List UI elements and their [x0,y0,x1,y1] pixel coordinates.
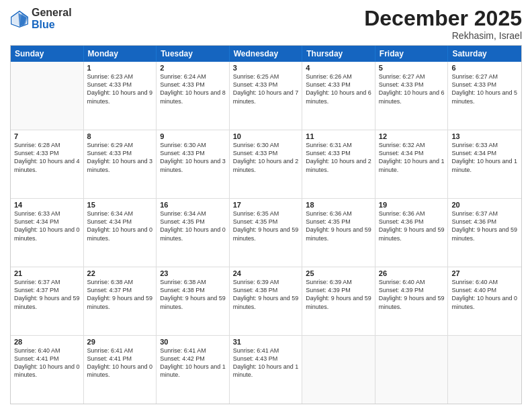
day-cell-17: 17Sunrise: 6:35 AM Sunset: 4:35 PM Dayli… [230,199,303,267]
cell-info: Sunrise: 6:36 AM Sunset: 4:36 PM Dayligh… [379,210,445,242]
day-number: 7 [14,132,80,140]
cell-info: Sunrise: 6:28 AM Sunset: 4:33 PM Dayligh… [14,141,80,174]
day-of-week-saturday: Saturday [448,46,521,62]
day-cell-4: 4Sunrise: 6:26 AM Sunset: 4:33 PM Daylig… [302,62,375,130]
day-cell-16: 16Sunrise: 6:34 AM Sunset: 4:35 PM Dayli… [157,199,230,267]
cell-info: Sunrise: 6:30 AM Sunset: 4:33 PM Dayligh… [233,141,299,174]
day-cell-20: 20Sunrise: 6:37 AM Sunset: 4:36 PM Dayli… [448,199,521,267]
month-title: December 2025 [364,7,522,30]
day-number: 9 [160,132,226,140]
cell-info: Sunrise: 6:40 AM Sunset: 4:39 PM Dayligh… [379,278,445,311]
cell-info: Sunrise: 6:25 AM Sunset: 4:33 PM Dayligh… [233,73,299,105]
cell-info: Sunrise: 6:40 AM Sunset: 4:41 PM Dayligh… [14,347,80,379]
logo-general-text: General [32,7,72,18]
day-number: 30 [160,338,226,346]
day-number: 17 [233,201,299,209]
day-of-week-friday: Friday [375,46,449,62]
header: General Blue December 2025 Rekhasim, Isr… [10,7,522,41]
day-cell-2: 2Sunrise: 6:24 AM Sunset: 4:33 PM Daylig… [157,62,230,130]
day-number: 26 [379,269,445,277]
day-number: 18 [306,201,371,209]
day-number: 23 [160,269,226,277]
day-cell-23: 23Sunrise: 6:38 AM Sunset: 4:38 PM Dayli… [157,267,230,335]
empty-cell [448,336,521,404]
day-cell-18: 18Sunrise: 6:36 AM Sunset: 4:35 PM Dayli… [302,199,375,267]
calendar-header: SundayMondayTuesdayWednesdayThursdayFrid… [11,46,521,62]
cell-info: Sunrise: 6:38 AM Sunset: 4:38 PM Dayligh… [160,278,226,311]
cell-info: Sunrise: 6:34 AM Sunset: 4:34 PM Dayligh… [87,210,153,242]
day-number: 10 [233,132,299,140]
cell-info: Sunrise: 6:24 AM Sunset: 4:33 PM Dayligh… [160,73,226,105]
empty-cell [11,62,84,130]
day-cell-8: 8Sunrise: 6:29 AM Sunset: 4:33 PM Daylig… [84,130,157,198]
day-of-week-monday: Monday [84,46,157,62]
cell-info: Sunrise: 6:23 AM Sunset: 4:33 PM Dayligh… [87,73,153,105]
day-number: 21 [14,269,80,277]
cell-info: Sunrise: 6:35 AM Sunset: 4:35 PM Dayligh… [233,210,299,242]
cell-info: Sunrise: 6:37 AM Sunset: 4:36 PM Dayligh… [451,210,518,242]
cell-info: Sunrise: 6:29 AM Sunset: 4:33 PM Dayligh… [87,141,153,174]
day-number: 11 [306,132,371,140]
day-of-week-tuesday: Tuesday [157,46,230,62]
day-of-week-thursday: Thursday [302,46,375,62]
week-row-5: 28Sunrise: 6:40 AM Sunset: 4:41 PM Dayli… [11,336,521,404]
day-number: 4 [306,64,371,72]
day-number: 29 [87,338,153,346]
day-number: 13 [451,132,518,140]
day-number: 28 [14,338,80,346]
day-cell-27: 27Sunrise: 6:40 AM Sunset: 4:40 PM Dayli… [448,267,521,335]
logo-blue-text: Blue [32,19,55,30]
day-cell-12: 12Sunrise: 6:32 AM Sunset: 4:34 PM Dayli… [375,130,449,198]
day-number: 22 [87,269,153,277]
cell-info: Sunrise: 6:40 AM Sunset: 4:40 PM Dayligh… [451,278,518,311]
cell-info: Sunrise: 6:41 AM Sunset: 4:41 PM Dayligh… [87,347,153,379]
day-cell-26: 26Sunrise: 6:40 AM Sunset: 4:39 PM Dayli… [375,267,449,335]
day-number: 15 [87,201,153,209]
week-row-4: 21Sunrise: 6:37 AM Sunset: 4:37 PM Dayli… [11,267,521,336]
day-of-week-wednesday: Wednesday [230,46,303,62]
logo: General Blue [10,7,72,30]
day-number: 12 [379,132,445,140]
day-number: 5 [379,64,445,72]
day-of-week-sunday: Sunday [11,46,84,62]
day-number: 14 [14,201,80,209]
cell-info: Sunrise: 6:39 AM Sunset: 4:39 PM Dayligh… [306,278,371,311]
title-block: December 2025 Rekhasim, Israel [364,7,522,41]
day-cell-1: 1Sunrise: 6:23 AM Sunset: 4:33 PM Daylig… [84,62,157,130]
cell-info: Sunrise: 6:41 AM Sunset: 4:43 PM Dayligh… [233,347,299,379]
day-number: 8 [87,132,153,140]
week-row-1: 1Sunrise: 6:23 AM Sunset: 4:33 PM Daylig… [11,62,521,130]
day-number: 20 [451,201,518,209]
cell-info: Sunrise: 6:38 AM Sunset: 4:37 PM Dayligh… [87,278,153,311]
day-number: 27 [451,269,518,277]
day-cell-25: 25Sunrise: 6:39 AM Sunset: 4:39 PM Dayli… [302,267,375,335]
day-cell-15: 15Sunrise: 6:34 AM Sunset: 4:34 PM Dayli… [84,199,157,267]
cell-info: Sunrise: 6:37 AM Sunset: 4:37 PM Dayligh… [14,278,80,311]
day-cell-13: 13Sunrise: 6:33 AM Sunset: 4:34 PM Dayli… [448,130,521,198]
cell-info: Sunrise: 6:33 AM Sunset: 4:34 PM Dayligh… [14,210,80,242]
day-cell-24: 24Sunrise: 6:39 AM Sunset: 4:38 PM Dayli… [230,267,303,335]
cell-info: Sunrise: 6:32 AM Sunset: 4:34 PM Dayligh… [379,141,445,174]
day-cell-6: 6Sunrise: 6:27 AM Sunset: 4:33 PM Daylig… [448,62,521,130]
cell-info: Sunrise: 6:36 AM Sunset: 4:35 PM Dayligh… [306,210,371,242]
calendar: SundayMondayTuesdayWednesdayThursdayFrid… [10,45,522,404]
location: Rekhasim, Israel [364,30,522,41]
cell-info: Sunrise: 6:33 AM Sunset: 4:34 PM Dayligh… [451,141,518,174]
cell-info: Sunrise: 6:34 AM Sunset: 4:35 PM Dayligh… [160,210,226,242]
calendar-page: General Blue December 2025 Rekhasim, Isr… [0,0,532,411]
day-cell-21: 21Sunrise: 6:37 AM Sunset: 4:37 PM Dayli… [11,267,84,335]
day-number: 19 [379,201,445,209]
day-cell-28: 28Sunrise: 6:40 AM Sunset: 4:41 PM Dayli… [11,336,84,404]
day-number: 3 [233,64,299,72]
day-cell-29: 29Sunrise: 6:41 AM Sunset: 4:41 PM Dayli… [84,336,157,404]
day-cell-3: 3Sunrise: 6:25 AM Sunset: 4:33 PM Daylig… [230,62,303,130]
cell-info: Sunrise: 6:27 AM Sunset: 4:33 PM Dayligh… [379,73,445,105]
day-number: 31 [233,338,299,346]
day-number: 24 [233,269,299,277]
logo-icon [10,9,29,28]
day-number: 16 [160,201,226,209]
day-number: 25 [306,269,371,277]
day-cell-19: 19Sunrise: 6:36 AM Sunset: 4:36 PM Dayli… [375,199,449,267]
day-number: 6 [451,64,518,72]
day-cell-11: 11Sunrise: 6:31 AM Sunset: 4:33 PM Dayli… [302,130,375,198]
